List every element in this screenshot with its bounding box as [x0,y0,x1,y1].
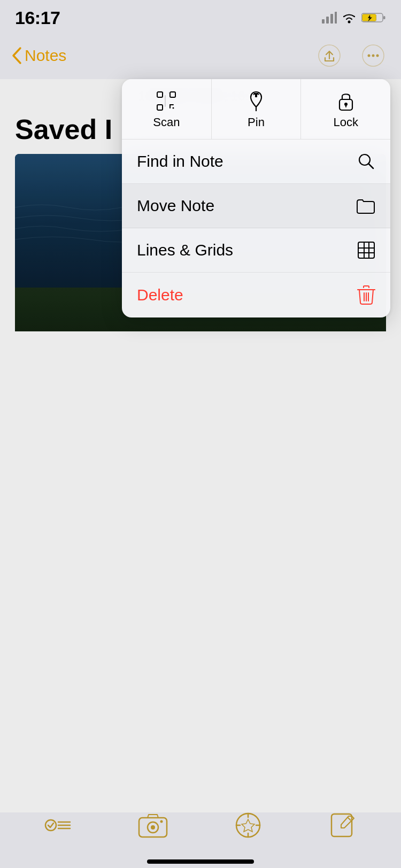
delete-button[interactable]: Delete [122,273,390,317]
folder-icon-container [356,198,375,214]
svg-rect-14 [157,92,163,97]
find-in-note-label: Find in Note [137,152,223,170]
pin-icon [248,91,265,111]
move-note-button[interactable]: Move Note [122,184,390,228]
find-in-note-button[interactable]: Find in Note [122,140,390,184]
svg-rect-18 [255,93,257,97]
scan-icon [156,91,176,111]
move-note-label: Move Note [137,197,214,215]
trash-icon [357,285,375,305]
svg-rect-22 [358,242,374,258]
context-menu: Scan Pin Lock Find in Note [122,79,390,317]
lock-icon [337,91,354,111]
scan-label: Scan [153,115,180,129]
search-icon [357,152,375,170]
trash-icon-container [357,285,375,305]
lock-button[interactable]: Lock [301,79,390,139]
svg-rect-15 [170,92,175,97]
grid-icon [357,241,375,259]
pin-label: Pin [248,115,265,129]
svg-rect-16 [157,105,163,110]
svg-rect-17 [165,95,166,107]
lines-grids-label: Lines & Grids [137,241,233,259]
search-icon-container [357,152,375,170]
scan-button[interactable]: Scan [122,79,212,139]
folder-icon [356,198,375,214]
delete-label: Delete [137,286,183,304]
lines-grids-button[interactable]: Lines & Grids [122,228,390,273]
lock-label: Lock [333,115,358,129]
menu-top-row: Scan Pin Lock [122,79,390,140]
pin-button[interactable]: Pin [212,79,302,139]
grid-icon-container [357,241,375,259]
